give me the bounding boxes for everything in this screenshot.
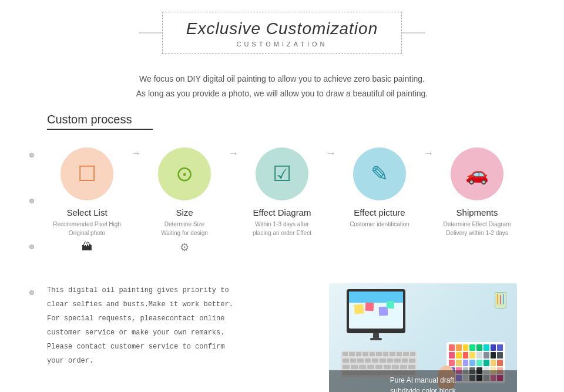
step2-extra-icon: ⚙ bbox=[180, 241, 189, 254]
caption-line1: Pure AI manual draft, bbox=[390, 376, 456, 384]
step5-icon: 🚗 bbox=[465, 163, 489, 185]
bottom-image: Pure AI manual draft, subdivide color bl… bbox=[329, 283, 517, 392]
step5-label: Shipments bbox=[456, 207, 498, 217]
side-dots bbox=[29, 153, 34, 295]
desc-line1: We focus on DIY digital oil painting to … bbox=[35, 72, 529, 86]
dot4 bbox=[29, 290, 34, 295]
header-border: Exclusive Customization CUSTOMIZATION bbox=[162, 12, 402, 54]
dot1 bbox=[29, 153, 34, 158]
bottom-section: This digital oil painting gives priority… bbox=[0, 277, 564, 392]
step5-desc: Determine Effect DiagramDelivery within … bbox=[444, 220, 511, 237]
step4-circle: ✎ bbox=[353, 148, 406, 200]
step2-circle: ⊙ bbox=[158, 148, 211, 200]
process-title-underline bbox=[47, 129, 153, 130]
main-title: Exclusive Customization bbox=[186, 19, 378, 38]
step3-icon: ☑ bbox=[273, 162, 291, 186]
step-effect-diagram: ☑ Effect Diagram Within 1-3 days afterpl… bbox=[242, 148, 322, 237]
bottom-text: This digital oil painting gives priority… bbox=[47, 283, 311, 368]
step4-desc: Customer identification bbox=[350, 220, 409, 229]
step4-label: Effect picture bbox=[354, 207, 405, 217]
step1-extra-icon: 🏔 bbox=[82, 241, 92, 253]
caption-line2: subdivide color block bbox=[390, 387, 455, 392]
arrow4: → bbox=[419, 148, 437, 189]
desc-line2: As long as you provide a photo, we will … bbox=[35, 86, 529, 101]
step2-label: Size bbox=[176, 207, 193, 217]
step-shipments: 🚗 Shipments Determine Effect DiagramDeli… bbox=[437, 148, 517, 237]
pencil1 bbox=[497, 294, 498, 304]
process-title: Custom process bbox=[47, 113, 517, 126]
pencil2 bbox=[500, 295, 501, 304]
arrow1: → bbox=[127, 148, 145, 189]
dot3 bbox=[29, 244, 34, 249]
step1-circle: ☐ bbox=[61, 148, 113, 200]
monitor-base bbox=[370, 338, 382, 340]
monitor-screen bbox=[349, 292, 403, 329]
step3-circle: ☑ bbox=[256, 148, 308, 200]
process-steps: ☐ Select List Recommended Pixel HighOrig… bbox=[47, 142, 517, 266]
step2-desc: Determine SizeWaiting for design bbox=[161, 220, 208, 237]
step-size: ⊙ Size Determine SizeWaiting for design … bbox=[145, 148, 224, 254]
step3-label: Effect Diagram bbox=[253, 207, 311, 217]
description-section: We focus on DIY digital oil painting to … bbox=[0, 60, 564, 107]
sticky-note-1 bbox=[354, 304, 364, 314]
monitor bbox=[347, 289, 405, 333]
step3-desc: Within 1-3 days afterplacing an order Ef… bbox=[253, 220, 311, 237]
dot2 bbox=[29, 199, 34, 203]
image-caption: Pure AI manual draft, subdivide color bl… bbox=[329, 370, 517, 392]
sticky-note-2 bbox=[365, 303, 374, 311]
arrow2: → bbox=[224, 148, 242, 189]
pencil3 bbox=[503, 294, 504, 304]
header-section: Exclusive Customization CUSTOMIZATION bbox=[0, 0, 564, 60]
arrow3: → bbox=[322, 148, 340, 189]
cup bbox=[495, 292, 506, 309]
step-select-list: ☐ Select List Recommended Pixel HighOrig… bbox=[47, 148, 127, 253]
monitor-stand bbox=[373, 333, 379, 338]
step4-icon: ✎ bbox=[371, 162, 388, 186]
step-effect-picture: ✎ Effect picture Customer identification bbox=[340, 148, 419, 229]
step1-label: Select List bbox=[66, 207, 107, 217]
step2-icon: ⊙ bbox=[176, 162, 193, 186]
process-section: Custom process ☐ Select List Recommended… bbox=[0, 107, 564, 277]
step5-circle: 🚗 bbox=[451, 148, 503, 200]
sub-title: CUSTOMIZATION bbox=[186, 41, 378, 48]
step1-desc: Recommended Pixel HighOriginal photo bbox=[53, 220, 121, 237]
sticky-note-4 bbox=[387, 301, 395, 309]
step1-icon: ☐ bbox=[78, 162, 96, 186]
